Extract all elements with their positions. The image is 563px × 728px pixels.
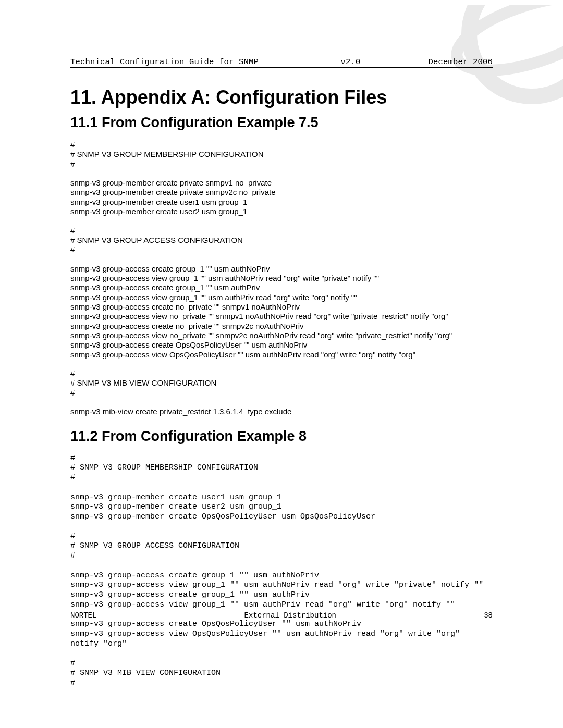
header-title: Technical Configuration Guide for SNMP bbox=[70, 57, 259, 67]
page-header: Technical Configuration Guide for SNMP v… bbox=[70, 57, 493, 68]
config-example-8: # # SNMP V3 GROUP MEMBERSHIP CONFIGURATI… bbox=[70, 454, 493, 688]
heading-11-2: 11.2 From Configuration Example 8 bbox=[70, 428, 493, 445]
footer-brand: NORTEL bbox=[70, 611, 96, 620]
footer-distribution: External Distribution bbox=[244, 611, 336, 620]
footer-page-number: 38 bbox=[484, 611, 493, 620]
header-version: v2.0 bbox=[340, 57, 360, 67]
page-footer: NORTEL External Distribution 38 bbox=[70, 609, 493, 620]
heading-11-1: 11.1 From Configuration Example 7.5 bbox=[70, 115, 493, 131]
page-content: Technical Configuration Guide for SNMP v… bbox=[70, 57, 493, 700]
config-example-7-5: # # SNMP V3 GROUP MEMBERSHIP CONFIGURATI… bbox=[70, 140, 493, 417]
header-date: December 2006 bbox=[428, 57, 493, 67]
heading-appendix-a: 11. Appendix A: Configuration Files bbox=[70, 87, 493, 108]
